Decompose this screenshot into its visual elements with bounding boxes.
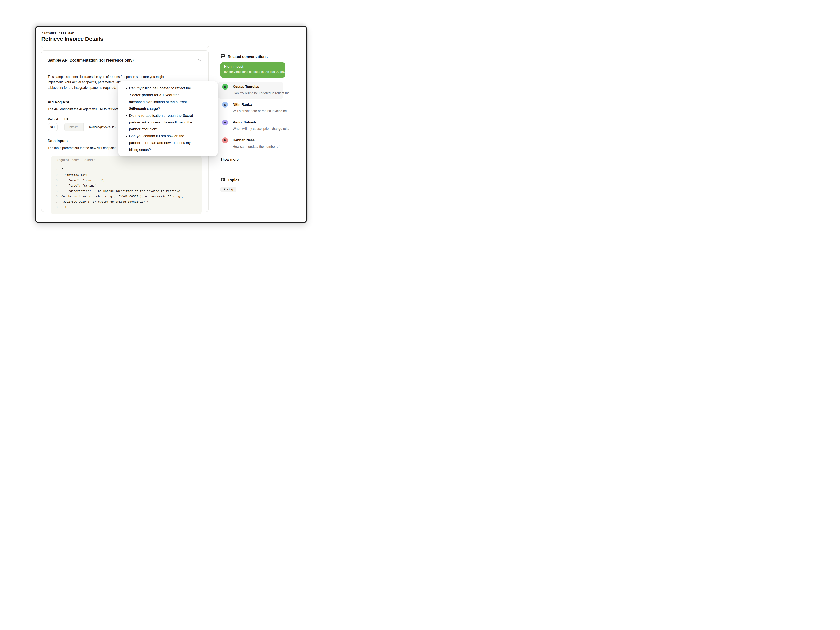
code-line-text: { — [58, 168, 63, 171]
customer-question-bullet: Can my billing be updated to reflect the… — [129, 85, 213, 112]
request-body-code-block: REQUEST BODY - SAMPLE 1{2 "invoice_id": … — [51, 156, 202, 210]
impact-label: High impact — [224, 65, 280, 69]
conversation-item[interactable]: HHannah NeesHow can I update the number … — [218, 136, 280, 152]
avatar: N — [222, 102, 228, 107]
method-label: Method — [48, 118, 58, 121]
code-line-number: 8 — [51, 205, 58, 209]
contact-name: Kostas Tserolas — [233, 85, 259, 89]
sidebar-divider-2 — [214, 198, 280, 198]
code-line: 7'390276B0-0019'), or system-generated i… — [51, 199, 202, 205]
previous-card-bottom-edge — [41, 46, 209, 48]
avatar: H — [222, 137, 228, 143]
code-line-number: 7 — [51, 200, 58, 204]
code-line-number: 4 — [51, 184, 58, 188]
conversation-snippet: Will a credit note or refund invoice be — [233, 109, 280, 113]
code-line-number: 1 — [51, 168, 58, 171]
code-line-text: Can be an invoice number (e.g., 'INV0240… — [58, 195, 183, 198]
code-line: 6Can be an invoice number (e.g., 'INV024… — [51, 194, 202, 199]
api-request-description: The API endpoint the AI agent will use t… — [48, 107, 118, 111]
code-line-text: "name": "invoice_id", — [58, 178, 105, 182]
impact-detail: 89 conversations affected in the last 90… — [224, 70, 280, 74]
customer-questions-popover: Can my billing be updated to reflect the… — [118, 81, 218, 156]
contact-name: Nitin Ranka — [233, 103, 252, 107]
code-line: 8 } — [51, 205, 202, 210]
code-line-text: "invoice_id": { — [58, 174, 91, 177]
conversation-snippet: Can my billing be updated to reflect the — [233, 91, 280, 95]
code-line-number: 3 — [51, 178, 58, 182]
show-more-link[interactable]: Show more — [220, 158, 238, 161]
topics-icon — [220, 177, 225, 183]
chat-bubble-icon — [220, 54, 225, 60]
topic-chip[interactable]: Pricing — [220, 186, 236, 193]
api-request-heading: API Request — [48, 100, 69, 104]
api-doc-card-title: Sample API Documentation (for reference … — [47, 58, 134, 63]
code-block-header: REQUEST BODY - SAMPLE — [57, 159, 96, 162]
code-line-number: 6 — [51, 195, 58, 198]
contact-name: Rintol Subash — [233, 120, 256, 125]
topics-header: Topics — [220, 177, 240, 183]
avatar: R — [222, 120, 228, 125]
conversation-snippet: When will my subscription change take — [233, 127, 280, 131]
conversation-item[interactable]: KKostas TserolasCan my billing be update… — [218, 82, 280, 98]
high-impact-banner: High impact 89 conversations affected in… — [220, 63, 280, 77]
avatar: K — [222, 84, 228, 90]
code-line: 2 "invoice_id": { — [51, 172, 202, 178]
data-inputs-heading: Data inputs — [48, 139, 68, 143]
url-label: URL — [65, 118, 70, 121]
code-lines: 1{2 "invoice_id": {3 "name": "invoice_id… — [51, 167, 202, 210]
conversation-item[interactable]: NNitin RankaWill a credit note or refund… — [218, 100, 280, 116]
card-header-divider — [41, 69, 208, 70]
code-line-text: '390276B0-0019'), or system-generated id… — [58, 200, 148, 204]
collapse-card-button[interactable] — [197, 58, 202, 63]
chevron-down-icon — [197, 61, 202, 63]
customer-question-bullet: Did my re-application through the Secret… — [129, 112, 213, 133]
customer-question-bullet: Can you confirm if I am now on thepartne… — [129, 133, 213, 153]
code-line-number: 2 — [51, 174, 58, 177]
related-conversations-title: Related conversations — [227, 55, 268, 59]
page-title: Retrieve Invoice Details — [41, 36, 103, 42]
sidebar-divider — [214, 171, 280, 171]
code-line-text: "type": "string", — [58, 184, 98, 188]
conversation-snippet: How can I update the number of — [233, 145, 279, 148]
doc-intro-line: This sample schema illustrates the type … — [48, 74, 164, 80]
url-path-value: /invoices/{invoice_id} — [84, 123, 115, 131]
method-selector[interactable]: GET — [48, 123, 58, 131]
related-conversations-header: Related conversations — [220, 54, 268, 60]
contact-name: Hannah Nees — [233, 138, 255, 142]
code-line-number: 5 — [51, 189, 58, 193]
code-line-text: "description": "The unique identifier of… — [58, 189, 182, 193]
conversation-item[interactable]: RRintol SubashWhen will my subscription … — [218, 118, 280, 134]
page-kicker: CUSTOMER DATA GAP — [42, 32, 74, 35]
code-line-text: } — [58, 205, 66, 209]
code-line: 5 "description": "The unique identifier … — [51, 188, 202, 194]
code-line: 4 "type": "string", — [51, 183, 202, 189]
code-line: 1{ — [51, 167, 202, 172]
topics-title: Topics — [227, 178, 240, 182]
url-protocol-prefix: https:// — [65, 123, 84, 131]
code-line: 3 "name": "invoice_id", — [51, 178, 202, 183]
data-inputs-description: The input parameters for the new API end… — [48, 146, 115, 150]
